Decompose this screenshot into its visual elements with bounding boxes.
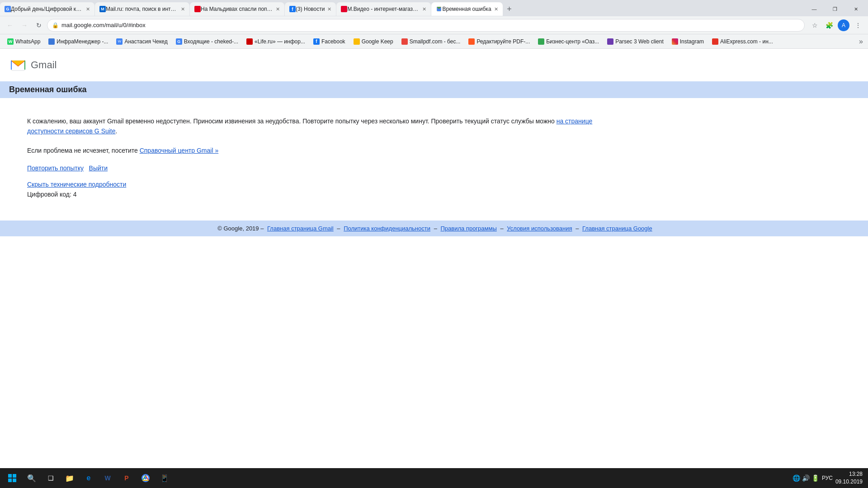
bookmarks-overflow-button[interactable]: » — [858, 36, 864, 47]
gmail-logo: Gmail — [9, 56, 57, 74]
tab-6-title: Временная ошибка — [442, 6, 491, 12]
tab-1-close[interactable]: ✕ — [86, 6, 90, 12]
bookmark-inbox[interactable]: G Входящие - cheked-... — [172, 37, 242, 46]
tech-details: Скрыть технические подробности Цифровой … — [27, 181, 606, 198]
gmail-logo-text: Gmail — [31, 59, 57, 71]
close-button[interactable]: ✕ — [845, 2, 866, 16]
whatsapp-favicon: W — [7, 38, 14, 45]
address-bar[interactable]: 🔒 mail.google.com/mail/u/0/#inbox — [47, 19, 805, 32]
extensions-button[interactable]: 🧩 — [823, 19, 835, 32]
back-button[interactable]: ← — [4, 19, 16, 32]
error-body2: . — [116, 127, 118, 135]
bookmark-inbox-label: Входящие - cheked-... — [184, 38, 238, 45]
footer-copyright: © Google, 2019 – — [217, 225, 264, 232]
new-tab-button[interactable]: + — [503, 3, 516, 15]
bizcenter-favicon — [538, 38, 544, 45]
tab-6-close[interactable]: ✕ — [494, 6, 498, 12]
footer-sep2: – — [434, 225, 439, 232]
footer-privacy-link[interactable]: Политика конфиденциальности — [344, 225, 430, 232]
bookmark-bizcenter-label: Бизнес-центр «Оаз... — [546, 38, 599, 45]
gmail-m-icon — [9, 56, 27, 74]
title-bar: G Добрый день!Цифровой код с... ✕ M Mail… — [0, 0, 868, 16]
bookmark-whatsapp[interactable]: W WhatsApp — [4, 37, 44, 46]
bookmark-anastasia-label: Анастасия Чекед — [124, 38, 167, 45]
error-action-links: Повторить попытку Выйти — [27, 164, 606, 172]
bookmark-aliexpress[interactable]: AliExpress.com - ин... — [708, 37, 777, 46]
instagram-favicon — [672, 38, 678, 45]
url-text: mail.google.com/mail/u/0/#inbox — [61, 22, 146, 28]
footer-sep4: – — [576, 225, 580, 232]
bookmark-anastasia[interactable]: W Анастасия Чекед — [113, 37, 171, 46]
gmail-header: Gmail — [0, 49, 868, 81]
logout-link[interactable]: Выйти — [89, 164, 108, 172]
tab-6[interactable]: Временная ошибка ✕ — [431, 2, 502, 16]
bookmark-liferu-label: «Life.ru» — инфор... — [255, 38, 305, 45]
tab-2-title: Mail.ru: почта, поиск в интерне... — [106, 6, 178, 12]
digital-code: Цифровой код: 4 — [27, 191, 606, 198]
footer-rules-link[interactable]: Правила программы — [440, 225, 496, 232]
liferu-favicon — [246, 38, 253, 45]
tab-1-title: Добрый день!Цифровой код с... — [11, 6, 83, 12]
footer-sep1: – — [337, 225, 342, 232]
tab-2-favicon: M — [99, 6, 106, 12]
editpdf-favicon — [468, 38, 475, 45]
facebook-favicon: f — [313, 38, 320, 45]
menu-button[interactable]: ⋮ — [852, 19, 864, 32]
tab-4[interactable]: f (3) Новости ✕ — [285, 2, 336, 16]
tab-2-close[interactable]: ✕ — [181, 6, 185, 12]
star-icon: ☆ — [812, 22, 818, 29]
bookmark-instagram[interactable]: Instagram — [668, 37, 708, 46]
retry-link[interactable]: Повторить попытку — [27, 164, 84, 172]
error-title: Временная ошибка — [9, 85, 87, 94]
tab-5-close[interactable]: ✕ — [422, 6, 426, 12]
digital-code-value: 4 — [73, 191, 77, 198]
tab-4-close[interactable]: ✕ — [327, 6, 331, 12]
tab-6-favicon — [436, 6, 442, 12]
aliexpress-favicon — [712, 38, 718, 45]
anastasia-favicon: W — [116, 38, 123, 45]
bookmark-bizcenter[interactable]: Бизнес-центр «Оаз... — [534, 37, 603, 46]
browser-frame: G Добрый день!Цифровой код с... ✕ M Mail… — [0, 0, 868, 320]
smallpdf-favicon — [401, 38, 408, 45]
tab-5[interactable]: М.Видео - интернет-магазин ш... ✕ — [336, 2, 431, 16]
bookmark-smallpdf-label: Smallpdf.com - бес... — [410, 38, 461, 45]
nav-right-buttons: ☆ 🧩 A ⋮ — [808, 19, 864, 32]
bookmarks-bar: W WhatsApp ИнфраМенеджер -... W Анастаси… — [0, 34, 868, 49]
tab-5-title: М.Видео - интернет-магазин ш... — [347, 6, 420, 12]
profile-button[interactable]: A — [837, 19, 850, 32]
navigation-bar: ← → ↻ 🔒 mail.google.com/mail/u/0/#inbox … — [0, 16, 868, 34]
bookmark-editpdf[interactable]: Редактируйте PDF-... — [465, 37, 533, 46]
minimize-button[interactable]: — — [804, 2, 825, 16]
bookmark-liferu[interactable]: «Life.ru» — инфор... — [243, 37, 309, 46]
bookmark-googlekeep[interactable]: Google Keep — [350, 37, 397, 46]
footer-terms-link[interactable]: Условия использования — [507, 225, 572, 232]
tech-details-link[interactable]: Скрыть технические подробности — [27, 181, 126, 188]
tab-3[interactable]: На Мальдивах спасли попавш... ✕ — [190, 2, 284, 16]
bookmark-facebook[interactable]: f Facebook — [310, 37, 349, 46]
tab-1-favicon: G — [5, 6, 11, 12]
infra-favicon — [48, 38, 55, 45]
forward-button[interactable]: → — [18, 19, 31, 32]
bookmark-whatsapp-label: WhatsApp — [15, 38, 40, 45]
tab-3-close[interactable]: ✕ — [276, 6, 280, 12]
gmail-help-link[interactable]: Справочный центр Gmail » — [140, 147, 219, 154]
bookmark-star-button[interactable]: ☆ — [808, 19, 821, 32]
bookmark-smallpdf[interactable]: Smallpdf.com - бес... — [398, 37, 464, 46]
tab-2[interactable]: M Mail.ru: почта, поиск в интерне... ✕ — [95, 2, 189, 16]
error-paragraph-2: Если проблема не исчезнет, посетите Спра… — [27, 145, 606, 155]
lock-icon: 🔒 — [52, 22, 59, 28]
profile-avatar: A — [838, 19, 849, 31]
bookmark-infra[interactable]: ИнфраМенеджер -... — [45, 37, 112, 46]
bookmark-parsec[interactable]: Parsec 3 Web client — [604, 37, 667, 46]
maximize-button[interactable]: ❐ — [825, 2, 845, 16]
bookmark-googlekeep-label: Google Keep — [362, 38, 393, 45]
dots-icon: ⋮ — [855, 22, 861, 29]
tab-1[interactable]: G Добрый день!Цифровой код с... ✕ — [0, 2, 94, 16]
footer-gmail-home-link[interactable]: Главная страница Gmail — [267, 225, 334, 232]
footer-sep3: – — [500, 225, 505, 232]
tab-4-favicon: f — [289, 6, 296, 12]
refresh-button[interactable]: ↻ — [33, 19, 45, 32]
footer-google-home-link[interactable]: Главная страница Google — [582, 225, 652, 232]
bookmark-parsec-label: Parsec 3 Web client — [615, 38, 664, 45]
bookmark-editpdf-label: Редактируйте PDF-... — [476, 38, 530, 45]
